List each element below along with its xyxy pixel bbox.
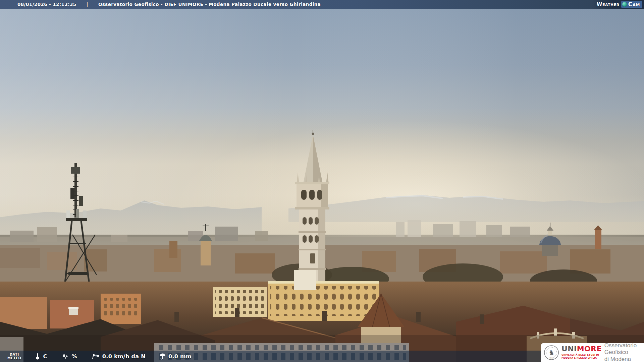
bell-tower-right bbox=[594, 225, 602, 249]
university-caption: UNIVERSITÀ DEGLI STUDI DI MODENA E REGGI… bbox=[561, 354, 602, 360]
thermometer-icon bbox=[35, 353, 41, 360]
camera-title: Osservatorio Geofisico - DIEF UNIMORE - … bbox=[98, 2, 321, 7]
webcam-photo bbox=[0, 0, 644, 362]
humidity-unit: % bbox=[71, 353, 77, 360]
webcam-frame: 08/01/2026 - 12:12:35 | Osservatorio Geo… bbox=[0, 0, 644, 362]
rain-value: 0.0 mm bbox=[168, 353, 192, 360]
weathercam-cam-box: Cam bbox=[621, 1, 642, 8]
humidity-reading: % bbox=[62, 353, 77, 360]
top-info-bar: 08/01/2026 - 12:12:35 | Osservatorio Geo… bbox=[0, 0, 644, 9]
weathercam-logo: Weather Cam bbox=[592, 0, 644, 9]
umbrella-icon bbox=[159, 353, 166, 360]
rain-reading: 0.0 mm bbox=[159, 353, 192, 360]
timestamp: 08/01/2026 - 12:12:35 bbox=[17, 2, 76, 7]
unimore-wordmark: UNIMORE UNIVERSITÀ DEGLI STUDI DI MODENA… bbox=[561, 345, 602, 360]
weathercam-weather-label: Weather bbox=[597, 1, 620, 7]
weathercam-cam-label: Cam bbox=[628, 1, 640, 8]
observatory-name: Osservatorio Geofisico di Modena bbox=[604, 342, 644, 362]
separator: | bbox=[87, 2, 88, 7]
globe-icon bbox=[622, 2, 627, 7]
unimore-logo-card: ♞ 1175 UNIMORE UNIVERSITÀ DEGLI STUDI DI… bbox=[541, 343, 644, 362]
humidity-drops-icon bbox=[62, 353, 69, 360]
unimore-more-text: MORE bbox=[577, 345, 602, 353]
svg-text:♞: ♞ bbox=[548, 349, 554, 356]
windsock-icon bbox=[91, 353, 100, 360]
meteo-label: DATI METEO bbox=[7, 353, 21, 360]
temperature-reading: C bbox=[35, 353, 47, 360]
unimore-seal-icon: ♞ 1175 bbox=[544, 345, 559, 360]
svg-text:1175: 1175 bbox=[549, 357, 553, 359]
unimore-uni-text: UNI bbox=[561, 345, 577, 353]
crenellated-tower bbox=[169, 241, 177, 258]
temperature-unit: C bbox=[43, 353, 47, 360]
wind-reading: 0.0 km/h da N bbox=[91, 353, 146, 360]
wind-value: 0.0 km/h da N bbox=[102, 353, 146, 360]
